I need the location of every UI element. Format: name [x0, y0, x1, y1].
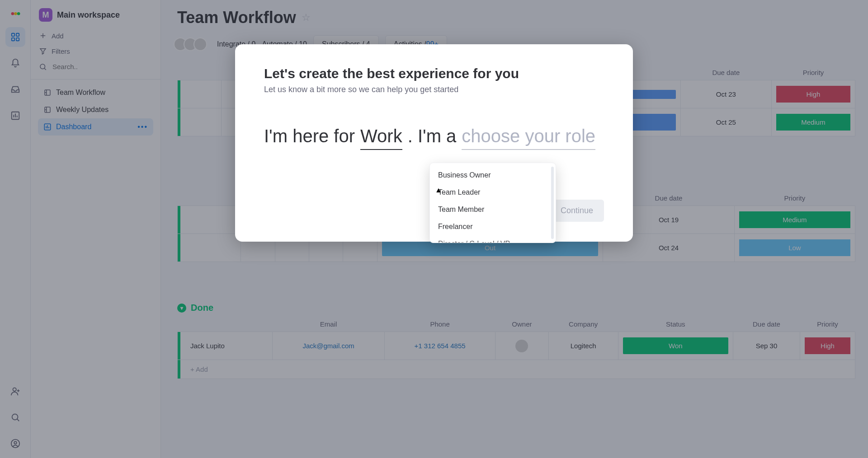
onboarding-sentence: I'm here for Work . I'm a choose your ro…: [264, 126, 604, 150]
role-option[interactable]: Director / C-Level / VP: [430, 235, 556, 243]
role-option[interactable]: Business Owner: [430, 167, 556, 184]
sentence-purpose[interactable]: Work: [360, 126, 402, 150]
dropdown-scrollbar[interactable]: [551, 167, 554, 239]
sentence-prefix: I'm here for: [264, 126, 355, 146]
role-dropdown: Business Owner Team Leader Team Member F…: [429, 163, 556, 243]
role-option[interactable]: Team Member: [430, 201, 556, 218]
role-option[interactable]: Team Leader: [430, 184, 556, 201]
continue-button[interactable]: Continue: [550, 200, 604, 222]
modal-subtitle: Let us know a bit more so we can help yo…: [264, 85, 604, 94]
role-option[interactable]: Freelancer: [430, 218, 556, 235]
role-select-placeholder[interactable]: choose your role: [462, 126, 595, 150]
onboarding-modal: Let's create the best experience for you…: [235, 44, 633, 242]
sentence-mid: . I'm a: [408, 126, 457, 146]
modal-scrim: Let's create the best experience for you…: [0, 0, 868, 458]
modal-title: Let's create the best experience for you: [264, 66, 604, 81]
